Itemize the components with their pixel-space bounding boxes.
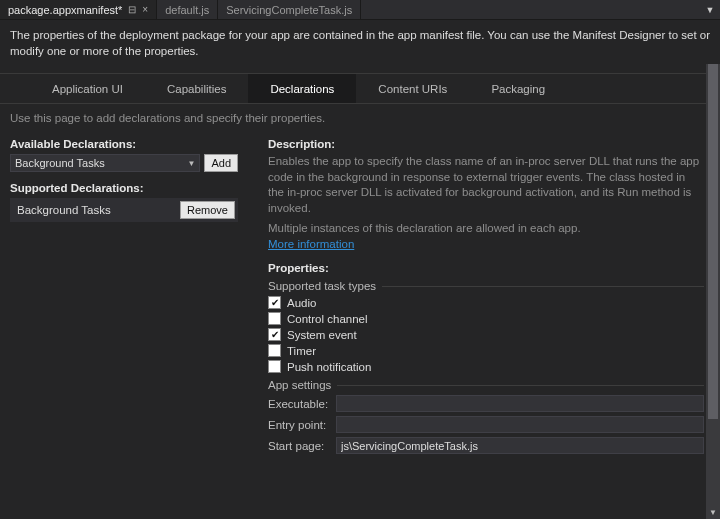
vertical-scrollbar[interactable]: ▲ ▼ — [706, 64, 720, 519]
start-page-row: Start page: — [268, 437, 704, 454]
close-icon[interactable]: × — [142, 4, 148, 15]
right-panel: Description: Enables the app to specify … — [268, 134, 710, 458]
executable-label: Executable: — [268, 398, 330, 410]
executable-input[interactable] — [336, 395, 704, 412]
checkbox-icon[interactable] — [268, 344, 281, 357]
scrollbar-thumb[interactable] — [708, 64, 718, 419]
start-page-label: Start page: — [268, 440, 330, 452]
app-settings-header: App settings — [268, 379, 704, 391]
document-tab-label: ServicingCompleteTask.js — [226, 4, 352, 16]
checkbox-icon[interactable] — [268, 296, 281, 309]
document-tab-bar: package.appxmanifest* ⊟ × default.js Ser… — [0, 0, 720, 20]
check-system-event[interactable]: System event — [268, 328, 704, 341]
executable-row: Executable: — [268, 395, 704, 412]
combo-value: Background Tasks — [15, 157, 105, 169]
entry-point-input[interactable] — [336, 416, 704, 433]
document-tab-servicing[interactable]: ServicingCompleteTask.js — [218, 0, 361, 19]
page-hint: Use this page to add declarations and sp… — [0, 104, 720, 134]
document-tab-defaultjs[interactable]: default.js — [157, 0, 218, 19]
supported-task-types-header: Supported task types — [268, 280, 704, 292]
supported-declaration-name: Background Tasks — [17, 204, 111, 216]
check-timer[interactable]: Timer — [268, 344, 704, 357]
tab-application-ui[interactable]: Application UI — [30, 74, 145, 103]
checkbox-icon[interactable] — [268, 328, 281, 341]
document-tab-appxmanifest[interactable]: package.appxmanifest* ⊟ × — [0, 0, 157, 19]
supported-declaration-row[interactable]: Background Tasks Remove — [10, 198, 238, 222]
supported-declarations-label: Supported Declarations: — [10, 182, 238, 194]
properties-heading: Properties: — [268, 262, 704, 274]
document-tab-label: package.appxmanifest* — [8, 4, 122, 16]
left-panel: Available Declarations: Background Tasks… — [10, 134, 238, 458]
tab-content-uris[interactable]: Content URIs — [356, 74, 469, 103]
description-text-2: Multiple instances of this declaration a… — [268, 222, 704, 234]
check-control-channel[interactable]: Control channel — [268, 312, 704, 325]
add-button[interactable]: Add — [204, 154, 238, 172]
nav-tab-bar: Application UI Capabilities Declarations… — [0, 74, 720, 104]
intro-text: The properties of the deployment package… — [0, 20, 720, 74]
tab-capabilities[interactable]: Capabilities — [145, 74, 248, 103]
check-push-notification[interactable]: Push notification — [268, 360, 704, 373]
chevron-down-icon: ▼ — [188, 159, 196, 168]
description-heading: Description: — [268, 138, 704, 150]
tab-packaging[interactable]: Packaging — [469, 74, 567, 103]
pin-icon[interactable]: ⊟ — [128, 4, 136, 15]
checkbox-icon[interactable] — [268, 312, 281, 325]
available-declarations-label: Available Declarations: — [10, 138, 238, 150]
remove-button[interactable]: Remove — [180, 201, 235, 219]
content-area: Available Declarations: Background Tasks… — [0, 134, 720, 458]
description-text: Enables the app to specify the class nam… — [268, 154, 704, 216]
available-declarations-combo[interactable]: Background Tasks ▼ — [10, 154, 200, 172]
tabs-overflow-icon[interactable]: ▼ — [700, 0, 720, 19]
document-tab-label: default.js — [165, 4, 209, 16]
entry-point-label: Entry point: — [268, 419, 330, 431]
scroll-down-icon[interactable]: ▼ — [706, 505, 720, 519]
tab-declarations[interactable]: Declarations — [248, 74, 356, 103]
check-audio[interactable]: Audio — [268, 296, 704, 309]
more-information-link[interactable]: More information — [268, 238, 354, 250]
entry-point-row: Entry point: — [268, 416, 704, 433]
checkbox-icon[interactable] — [268, 360, 281, 373]
start-page-input[interactable] — [336, 437, 704, 454]
